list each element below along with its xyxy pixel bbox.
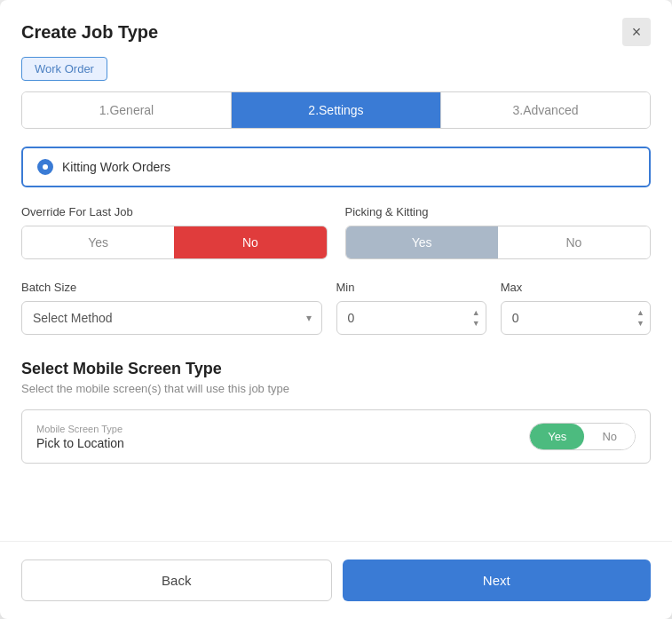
modal-header: Create Job Type ×	[0, 0, 672, 57]
max-label: Max	[501, 281, 651, 294]
picking-kitting-no-button[interactable]: No	[498, 226, 650, 258]
override-toggle-group: Yes No	[21, 226, 328, 259]
batch-size-label: Batch Size	[21, 281, 322, 294]
picking-kitting-yes-button[interactable]: Yes	[346, 226, 498, 258]
override-for-last-job-group: Override For Last Job Yes No	[21, 205, 328, 259]
min-decrement-button[interactable]: ▼	[471, 319, 481, 329]
content-area: Kitting Work Orders Override For Last Jo…	[0, 147, 672, 541]
picking-kitting-toggle-group: Yes No	[345, 226, 652, 259]
toggle-row: Override For Last Job Yes No Picking & K…	[21, 205, 651, 259]
close-button[interactable]: ×	[622, 18, 651, 46]
batch-size-select[interactable]: Select Method Fixed Variable	[21, 301, 322, 335]
mobile-screen-section: Select Mobile Screen Type Select the mob…	[21, 360, 651, 464]
tag-area: Work Order	[0, 57, 672, 91]
create-job-type-modal: Create Job Type × Work Order 1.General 2…	[0, 0, 672, 619]
work-order-tag[interactable]: Work Order	[21, 57, 107, 81]
screen-type-no-button[interactable]: No	[584, 424, 635, 449]
override-label: Override For Last Job	[21, 205, 328, 218]
tab-general[interactable]: 1.General	[22, 92, 232, 128]
screen-type-toggle-group: Yes No	[529, 423, 636, 450]
screen-type-card: Mobile Screen Type Pick to Location Yes …	[21, 409, 651, 464]
tab-advanced[interactable]: 3.Advanced	[441, 92, 650, 128]
radio-selected-icon	[37, 159, 53, 175]
radio-option-label: Kitting Work Orders	[62, 160, 170, 174]
min-increment-button[interactable]: ▲	[471, 308, 481, 318]
picking-kitting-label: Picking & Kitting	[345, 205, 652, 218]
screen-type-name: Pick to Location	[36, 436, 124, 450]
min-spin-buttons: ▲ ▼	[471, 308, 481, 329]
screen-type-yes-button[interactable]: Yes	[530, 424, 584, 449]
batch-size-select-wrapper: Select Method Fixed Variable ▾	[21, 301, 322, 335]
min-group: Min ▲ ▼	[336, 281, 486, 335]
batch-size-group: Batch Size Select Method Fixed Variable …	[21, 281, 322, 335]
kitting-work-orders-option[interactable]: Kitting Work Orders	[21, 147, 651, 187]
max-group: Max ▲ ▼	[501, 281, 651, 335]
min-input-wrapper: ▲ ▼	[336, 301, 486, 335]
min-input[interactable]	[336, 301, 486, 335]
screen-type-sub-label: Mobile Screen Type	[36, 424, 124, 434]
max-input[interactable]	[501, 301, 651, 335]
next-button[interactable]: Next	[343, 559, 652, 601]
max-increment-button[interactable]: ▲	[636, 308, 645, 318]
picking-kitting-group: Picking & Kitting Yes No	[345, 205, 652, 259]
max-decrement-button[interactable]: ▼	[636, 319, 645, 329]
section-subtitle: Select the mobile screen(s) that will us…	[21, 382, 651, 395]
section-title: Select Mobile Screen Type	[21, 360, 651, 378]
tab-settings[interactable]: 2.Settings	[232, 92, 441, 128]
modal-title: Create Job Type	[21, 22, 158, 43]
min-label: Min	[336, 281, 486, 294]
override-yes-button[interactable]: Yes	[22, 226, 174, 258]
modal-footer: Back Next	[0, 541, 672, 619]
back-button[interactable]: Back	[21, 559, 332, 601]
override-no-button[interactable]: No	[174, 226, 326, 258]
max-input-wrapper: ▲ ▼	[501, 301, 651, 335]
tabs-container: 1.General 2.Settings 3.Advanced	[21, 91, 651, 129]
max-spin-buttons: ▲ ▼	[636, 308, 645, 329]
screen-type-info: Mobile Screen Type Pick to Location	[36, 424, 124, 450]
batch-size-row: Batch Size Select Method Fixed Variable …	[21, 281, 651, 335]
